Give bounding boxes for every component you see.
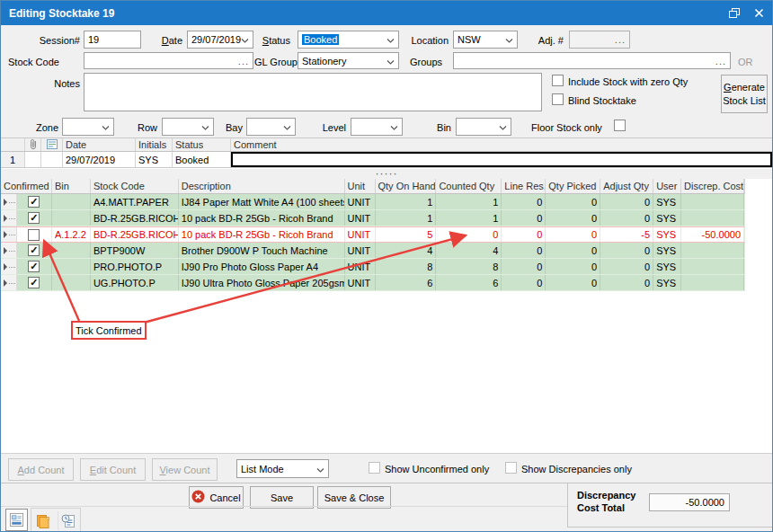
cell-qty-on-hand[interactable]: 5 xyxy=(376,227,437,242)
cell-adjust-qty[interactable]: -5 xyxy=(600,227,653,242)
column-header-counted-qty[interactable]: Counted Qty xyxy=(436,179,502,193)
cell-adjust-qty[interactable]: 0 xyxy=(600,243,653,258)
session-input[interactable]: 19 xyxy=(84,31,141,49)
zone-select[interactable] xyxy=(62,118,114,136)
column-header-qty-picked[interactable]: Qty Picked xyxy=(546,179,600,193)
column-header-qty-on-hand[interactable]: Qty On Hand xyxy=(376,179,437,193)
column-header-description[interactable]: Description xyxy=(179,179,345,193)
cell-line-res[interactable]: 0 xyxy=(502,275,546,290)
floor-stock-only-checkbox[interactable] xyxy=(614,120,626,131)
column-header-bin[interactable]: Bin xyxy=(52,179,91,193)
cell-stock-code[interactable]: UG.PHOTO.P xyxy=(91,275,179,290)
show-unconfirmed-checkbox[interactable] xyxy=(369,462,380,474)
row-expander-icon[interactable] xyxy=(1,275,17,290)
view-count-button[interactable]: View Count xyxy=(152,458,218,481)
confirmed-checkbox[interactable]: ✓ xyxy=(28,196,40,208)
cell-bin[interactable] xyxy=(52,243,91,258)
cell-qty-picked[interactable]: 0 xyxy=(546,194,600,209)
cell-stock-code[interactable]: BD-R.25GB.RICOH xyxy=(91,210,179,226)
cell-attachment[interactable] xyxy=(25,152,41,167)
cell-user[interactable]: SYS xyxy=(653,259,681,274)
cell-qty-on-hand[interactable]: 8 xyxy=(376,259,437,274)
cell-adjust-qty[interactable]: 0 xyxy=(600,210,653,226)
row-select[interactable] xyxy=(162,118,214,136)
notes-textarea[interactable] xyxy=(84,73,542,111)
cell-bin[interactable] xyxy=(52,210,91,226)
cell-counted-qty[interactable]: 0 xyxy=(436,227,502,242)
column-header-unit[interactable]: Unit xyxy=(345,179,376,193)
gl-group-select[interactable]: Stationery xyxy=(298,52,399,69)
confirmed-checkbox[interactable]: ✓ xyxy=(28,244,40,256)
cell-qty-picked[interactable]: 0 xyxy=(546,243,600,258)
cell-discrep-cost[interactable] xyxy=(681,275,744,290)
cell-qty-picked[interactable]: 0 xyxy=(546,259,600,274)
column-header-status[interactable]: Status xyxy=(173,138,231,151)
column-header-discrep-cost[interactable]: Discrep. Cost xyxy=(681,179,744,193)
column-header-initials[interactable]: Initials xyxy=(136,138,173,151)
cell-counted-qty[interactable]: 1 xyxy=(436,194,502,209)
status-select[interactable]: Booked xyxy=(298,31,399,49)
show-discrepancies-checkbox[interactable] xyxy=(505,462,517,474)
cell-bin[interactable] xyxy=(52,275,91,290)
cell-bin[interactable] xyxy=(52,194,91,209)
confirmed-checkbox[interactable]: ✓ xyxy=(28,277,40,288)
cell-unit[interactable]: UNIT xyxy=(345,194,376,209)
attachment-column-header[interactable] xyxy=(25,138,41,151)
stock-code-field[interactable]: ... xyxy=(84,52,253,69)
cell-qty-on-hand[interactable]: 1 xyxy=(376,194,437,209)
bin-select[interactable] xyxy=(456,118,511,136)
cell-counted-qty[interactable]: 4 xyxy=(436,243,502,258)
cell-qty-picked[interactable]: 0 xyxy=(546,227,600,242)
cell-discrep-cost[interactable] xyxy=(681,194,744,209)
cell-bin[interactable]: A.1.2.2 xyxy=(52,227,91,242)
cell-status[interactable]: Booked xyxy=(173,152,231,167)
level-select[interactable] xyxy=(351,118,403,136)
adj-number-field[interactable]: ... xyxy=(569,31,630,49)
cell-adjust-qty[interactable]: 0 xyxy=(600,259,653,274)
cell-discrep-cost[interactable] xyxy=(681,243,744,258)
location-select[interactable]: NSW xyxy=(453,31,518,49)
blind-stocktake-checkbox[interactable] xyxy=(552,93,564,105)
cell-date[interactable]: 29/07/2019 xyxy=(63,152,136,167)
cell-description[interactable]: 10 pack BD-R 25Gb - Ricoh Brand xyxy=(179,227,345,242)
cell-stock-code[interactable]: PRO.PHOTO.P xyxy=(91,259,179,274)
cell-unit[interactable]: UNIT xyxy=(345,210,376,226)
row-expander-icon[interactable] xyxy=(1,243,17,258)
confirmed-checkbox[interactable] xyxy=(28,229,40,241)
cell-discrep-cost[interactable] xyxy=(681,210,744,226)
cell-unit[interactable]: UNIT xyxy=(345,243,376,258)
cell-initials[interactable]: SYS xyxy=(136,152,173,167)
view-mode-select[interactable]: List Mode xyxy=(236,459,329,478)
titlebar[interactable]: Editing Stocktake 19 xyxy=(1,1,772,25)
confirmed-checkbox[interactable]: ✓ xyxy=(28,261,40,272)
cell-line-res[interactable]: 0 xyxy=(502,259,546,274)
document-history-icon[interactable] xyxy=(58,511,77,530)
cell-unit[interactable]: UNIT xyxy=(345,227,376,242)
column-header-line-res[interactable]: Line Res. xyxy=(502,179,546,193)
copy-pages-icon[interactable] xyxy=(34,511,54,530)
cell-adjust-qty[interactable]: 0 xyxy=(600,194,653,209)
add-count-button[interactable]: Add Count xyxy=(8,458,74,481)
cell-discrep-cost[interactable]: -50.0000 xyxy=(681,227,744,242)
row-expander-icon[interactable] xyxy=(1,259,17,274)
cell-adjust-qty[interactable]: 0 xyxy=(600,275,653,290)
cell-stock-code[interactable]: BD-R.25GB.RICOH xyxy=(91,227,179,242)
cell-stock-code[interactable]: BPTP900W xyxy=(91,243,179,258)
splitter-handle[interactable]: ····· xyxy=(1,169,772,178)
cell-comment[interactable] xyxy=(231,152,772,167)
column-header-date[interactable]: Date xyxy=(63,138,136,151)
ellipsis-browse-icon[interactable]: ... xyxy=(615,34,626,45)
cell-unit[interactable]: UNIT xyxy=(345,259,376,274)
include-zero-qty-checkbox[interactable] xyxy=(552,75,564,86)
cell-counted-qty[interactable]: 6 xyxy=(436,275,502,290)
cell-user[interactable]: SYS xyxy=(653,210,681,226)
confirmed-checkbox[interactable]: ✓ xyxy=(28,212,40,224)
row-expander-icon[interactable] xyxy=(1,227,17,242)
cell-counted-qty[interactable]: 1 xyxy=(436,210,502,226)
cell-description[interactable]: Brother D900W P Touch Machine xyxy=(179,243,345,258)
report-icon[interactable] xyxy=(5,509,28,531)
cell-qty-on-hand[interactable]: 4 xyxy=(376,243,437,258)
cell-line-res[interactable]: 0 xyxy=(502,194,546,209)
cell-bin[interactable] xyxy=(52,259,91,274)
column-header-stock-code[interactable]: Stock Code xyxy=(91,179,179,193)
